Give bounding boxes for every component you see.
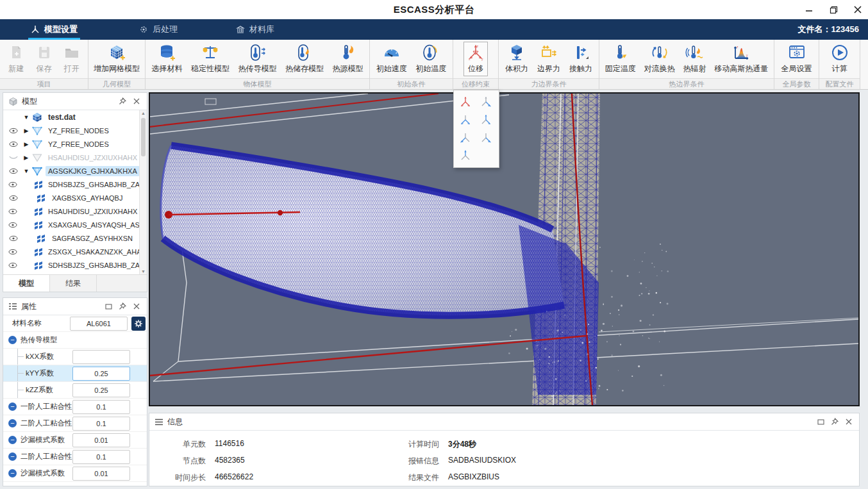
contact-force-icon — [572, 44, 590, 62]
minimize-button[interactable] — [804, 4, 814, 15]
displacement-option-axis-y[interactable] — [476, 129, 496, 147]
collapse-minus-icon[interactable]: − — [8, 469, 17, 477]
section-heat-conduction[interactable]: − 热传导模型 — [3, 332, 147, 349]
scrollbar-thumb[interactable] — [141, 118, 146, 156]
visibility-eye-icon[interactable] — [8, 195, 19, 201]
add-mesh-model-button[interactable]: 增加网格模型 — [91, 42, 142, 76]
global-settings-button[interactable]: 全局设置 — [779, 42, 815, 76]
contact-force-button[interactable]: 接触力 — [567, 42, 595, 76]
tree-item-root[interactable]: ▼ test.dat — [3, 110, 140, 124]
stability-model-button[interactable]: 稳定性模型 — [188, 42, 232, 76]
tree-item-nodeset[interactable]: ▶ YZ_FREE_NODES — [3, 137, 140, 151]
kxx-input[interactable] — [72, 350, 130, 364]
body-force-button[interactable]: 体积力 — [503, 42, 531, 76]
displacement-option-axis-xyz[interactable] — [455, 93, 476, 111]
scroll-up-icon[interactable]: ▲ — [140, 110, 147, 117]
collapse-minus-icon[interactable]: − — [8, 336, 17, 344]
boundary-force-button[interactable]: 边界力 — [535, 42, 563, 76]
displacement-option-axis-z[interactable] — [455, 147, 476, 165]
material-name-input[interactable] — [70, 317, 128, 331]
collapse-minus-icon[interactable]: − — [8, 436, 17, 444]
close-panel-icon[interactable] — [131, 301, 142, 311]
collapse-minus-icon[interactable]: − — [8, 452, 17, 461]
tree-scrollbar[interactable]: ▲ ▼ — [139, 110, 147, 275]
visibility-eye-icon[interactable] — [8, 168, 19, 174]
initial-velocity-button[interactable]: 初始速度 — [374, 42, 410, 76]
displacement-option-axis-xy[interactable] — [455, 111, 476, 129]
material-gear-button[interactable] — [131, 317, 146, 331]
kzz-input[interactable] — [72, 383, 130, 397]
expand-arrow-icon[interactable]: ▼ — [22, 114, 30, 120]
tree-item-nodeset[interactable]: ▶ YZ_FREE_NODES — [3, 124, 140, 137]
select-material-button[interactable]: 选择材料 — [149, 42, 185, 76]
tab-results[interactable]: 结果 — [50, 275, 97, 292]
tab-material-library[interactable]: 材料库 — [224, 19, 286, 40]
tree-item-part[interactable]: ZSXGX_HSAKAZNZXK_AHASX — [3, 245, 140, 258]
tab-model[interactable]: 模型 — [3, 275, 50, 292]
group-label-config: 配置文件 — [819, 78, 860, 89]
close-button[interactable] — [853, 4, 863, 15]
second-viscosity-input-2[interactable] — [72, 450, 130, 464]
new-button[interactable]: 新建 — [4, 42, 28, 76]
restore-button[interactable] — [828, 4, 839, 15]
tree-item-part[interactable]: XAGBSXG_AYHAQBJ — [3, 191, 140, 204]
pin-icon[interactable] — [117, 96, 128, 106]
save-button[interactable]: 保存 — [33, 42, 56, 76]
ribbon-group-displacement: zxy 位移 位移约束 — [453, 40, 499, 89]
pin-icon[interactable] — [117, 301, 128, 311]
collapse-minus-icon[interactable]: − — [8, 402, 17, 411]
displacement-option-axis-x[interactable] — [455, 129, 476, 147]
heat-conduction-model-button[interactable]: 热传导模型 — [236, 42, 280, 76]
float-panel-icon[interactable] — [103, 301, 113, 311]
second-viscosity-input[interactable] — [72, 417, 130, 431]
tree-item-nodeset-selected[interactable]: ▼ AGSGKJKG_GJHXAJKHXA — [3, 164, 140, 178]
float-panel-icon[interactable] — [815, 417, 826, 427]
viewport-3d[interactable] — [149, 92, 860, 406]
tree-item-nodeset-hidden[interactable]: ▶ HSAUHDISU_JZXIUXHAHX — [3, 151, 140, 164]
first-viscosity-input[interactable] — [72, 400, 130, 414]
heat-source-model-button[interactable]: 热源模型 — [330, 42, 366, 76]
expand-arrow-icon[interactable]: ▼ — [22, 168, 30, 174]
displacement-button[interactable]: zxy 位移 — [464, 42, 487, 76]
collapse-arrow-icon[interactable]: ▶ — [22, 128, 30, 134]
tree-item-part[interactable]: SDHSBJZS_GHSABJHB_ZAHU — [3, 178, 140, 191]
tree-item-part[interactable]: HSAUHDISU_JZXIUXHAHX — [3, 204, 140, 218]
visibility-eye-icon[interactable] — [8, 128, 19, 134]
compute-button[interactable]: 计算 — [828, 42, 851, 76]
thermal-radiation-button[interactable]: 热辐射 — [680, 42, 708, 76]
visibility-eye-closed-icon[interactable] — [8, 154, 19, 161]
hourglass-input-2[interactable] — [72, 467, 130, 481]
moving-gauss-flux-button[interactable]: zy 移动高斯热通量 — [712, 42, 771, 76]
visibility-eye-icon[interactable] — [8, 262, 17, 269]
main-tabbar: 模型设置 后处理 材料库 文件名：123456 — [0, 19, 868, 40]
convection-button[interactable]: 对流换热 — [642, 42, 678, 76]
hourglass-input[interactable] — [72, 433, 130, 447]
visibility-eye-icon[interactable] — [8, 141, 19, 147]
visibility-eye-icon[interactable] — [8, 181, 17, 188]
tab-post-processing[interactable]: 后处理 — [128, 19, 189, 40]
kyy-input[interactable] — [72, 367, 130, 381]
visibility-eye-icon[interactable] — [8, 249, 17, 255]
visibility-eye-icon[interactable] — [8, 222, 17, 228]
group-label-displacement: 位移约束 — [453, 78, 498, 89]
tree-item-part[interactable]: SAGFASGZ_ASYHHXSN — [3, 231, 140, 245]
close-panel-icon[interactable] — [131, 96, 142, 106]
heat-storage-model-button[interactable]: 热储存模型 — [283, 42, 326, 76]
tree-item-part[interactable]: XSAXGAUS_AISYAQSH_ASHX — [3, 218, 140, 231]
close-panel-icon[interactable] — [844, 417, 854, 427]
initial-temperature-button[interactable]: 初始温度 — [413, 42, 449, 76]
displacement-option-axis-yz[interactable] — [476, 93, 496, 111]
compute-time-label: 计算时间 — [394, 439, 439, 450]
tree-item-part[interactable]: SDHSBJZS_GHSABJHB_ZAHU — [3, 258, 140, 272]
open-button[interactable]: 打开 — [60, 42, 83, 76]
visibility-eye-icon[interactable] — [8, 208, 17, 215]
collapse-arrow-icon[interactable]: ▶ — [22, 154, 30, 161]
displacement-option-axis-xz[interactable] — [476, 111, 496, 129]
pin-icon[interactable] — [830, 417, 840, 427]
visibility-eye-icon[interactable] — [8, 235, 19, 242]
fixed-temperature-button[interactable]: 固定温度 — [603, 42, 638, 76]
tab-model-setup[interactable]: 模型设置 — [19, 19, 89, 40]
collapse-arrow-icon[interactable]: ▶ — [22, 141, 30, 147]
model-tree-panel: 模型 ▼ test.dat ▶ YZ_FREE_NODES ▶ YZ_FREE_ — [3, 92, 147, 292]
collapse-minus-icon[interactable]: − — [8, 419, 17, 427]
